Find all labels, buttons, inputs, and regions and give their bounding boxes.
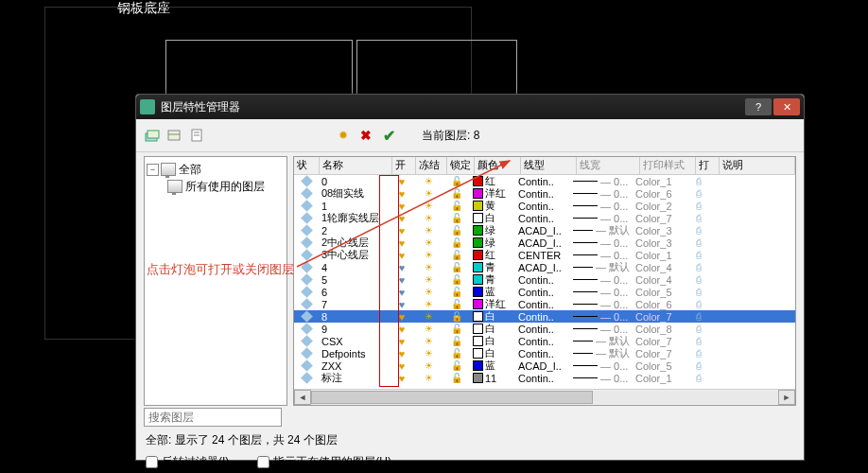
lock-toggle[interactable]: 🔓 bbox=[443, 273, 470, 286]
color-cell[interactable]: 绿 bbox=[470, 236, 515, 249]
lineweight-cell[interactable]: — 默认 bbox=[570, 335, 633, 347]
plot-toggle[interactable]: ⎙ bbox=[687, 249, 710, 261]
plot-toggle[interactable]: ⎙ bbox=[687, 236, 710, 249]
lineweight-cell[interactable]: — 0... bbox=[570, 175, 633, 187]
collapse-icon[interactable]: − bbox=[147, 164, 159, 176]
layer-row[interactable]: 8♥☀🔓白Contin..— 0...Color_7⎙ bbox=[294, 310, 795, 323]
titlebar[interactable]: 图层特性管理器 ? ✕ bbox=[136, 95, 804, 119]
layer-row[interactable]: 9♥☀🔓白Contin..— 0...Color_8⎙ bbox=[294, 323, 795, 335]
color-cell[interactable]: 青 bbox=[470, 261, 515, 273]
color-cell[interactable]: 白 bbox=[470, 347, 515, 359]
layer-row[interactable]: 2中心线层♥☀🔓绿ACAD_I..— 0...Color_3⎙ bbox=[294, 236, 795, 249]
plotstyle-cell[interactable]: Color_7 bbox=[633, 335, 687, 347]
description-cell[interactable] bbox=[710, 224, 795, 236]
plotstyle-cell[interactable]: Color_2 bbox=[633, 200, 687, 212]
freeze-toggle[interactable]: ☀ bbox=[413, 175, 443, 187]
lineweight-cell[interactable]: — 0... bbox=[570, 249, 633, 261]
lineweight-cell[interactable]: — 0... bbox=[570, 286, 633, 298]
description-cell[interactable] bbox=[710, 236, 795, 249]
lineweight-cell[interactable]: — 0... bbox=[570, 200, 633, 212]
freeze-toggle[interactable]: ☀ bbox=[413, 359, 443, 372]
plotstyle-cell[interactable]: Color_6 bbox=[633, 298, 687, 310]
layer-row[interactable]: 1轮廓实线层♥☀🔓白Contin..— 0...Color_7⎙ bbox=[294, 212, 795, 224]
description-cell[interactable] bbox=[710, 347, 795, 359]
scroll-right-button[interactable]: ► bbox=[778, 390, 795, 405]
on-toggle[interactable]: ♥ bbox=[391, 310, 413, 323]
col-description[interactable]: 说明 bbox=[720, 157, 795, 174]
layer-name-cell[interactable]: 2 bbox=[319, 224, 391, 236]
color-cell[interactable]: 青 bbox=[470, 273, 515, 286]
freeze-toggle[interactable]: ☀ bbox=[413, 212, 443, 224]
freeze-toggle[interactable]: ☀ bbox=[413, 273, 443, 286]
layer-row[interactable]: 1♥☀🔓黄Contin..— 0...Color_2⎙ bbox=[294, 200, 795, 212]
freeze-toggle[interactable]: ☀ bbox=[413, 310, 443, 323]
plotstyle-cell[interactable]: Color_1 bbox=[633, 175, 687, 187]
description-cell[interactable] bbox=[710, 175, 795, 187]
freeze-toggle[interactable]: ☀ bbox=[413, 347, 443, 359]
color-cell[interactable]: 洋红 bbox=[470, 298, 515, 310]
plotstyle-cell[interactable]: Color_8 bbox=[633, 323, 687, 335]
lineweight-cell[interactable]: — 0... bbox=[570, 236, 633, 249]
search-input[interactable] bbox=[144, 408, 282, 427]
scroll-thumb[interactable] bbox=[311, 391, 593, 404]
close-window-button[interactable]: ✕ bbox=[773, 98, 800, 115]
layer-name-cell[interactable]: 1 bbox=[319, 200, 391, 212]
col-lineweight[interactable]: 线宽 bbox=[577, 157, 640, 174]
plotstyle-cell[interactable]: Color_3 bbox=[633, 236, 687, 249]
plot-toggle[interactable]: ⎙ bbox=[687, 347, 710, 359]
plot-toggle[interactable]: ⎙ bbox=[687, 372, 710, 384]
layer-row[interactable]: ZXX♥☀🔓蓝ACAD_I..— 0...Color_5⎙ bbox=[294, 359, 795, 372]
description-cell[interactable] bbox=[710, 261, 795, 273]
color-cell[interactable]: 11 bbox=[470, 372, 515, 384]
color-cell[interactable]: 绿 bbox=[470, 224, 515, 236]
plot-toggle[interactable]: ⎙ bbox=[687, 273, 710, 286]
on-toggle[interactable]: ♥ bbox=[391, 200, 413, 212]
layer-name-cell[interactable]: 标注 bbox=[319, 372, 391, 384]
lock-toggle[interactable]: 🔓 bbox=[443, 236, 470, 249]
lineweight-cell[interactable]: — 默认 bbox=[570, 261, 633, 273]
lock-toggle[interactable]: 🔓 bbox=[443, 335, 470, 347]
description-cell[interactable] bbox=[710, 372, 795, 384]
description-cell[interactable] bbox=[710, 310, 795, 323]
description-cell[interactable] bbox=[710, 212, 795, 224]
lineweight-cell[interactable]: — 0... bbox=[570, 273, 633, 286]
lock-toggle[interactable]: 🔓 bbox=[443, 347, 470, 359]
lock-toggle[interactable]: 🔓 bbox=[443, 286, 470, 298]
plot-toggle[interactable]: ⎙ bbox=[687, 310, 710, 323]
plot-toggle[interactable]: ⎙ bbox=[687, 286, 710, 298]
lock-toggle[interactable]: 🔓 bbox=[443, 224, 470, 236]
plot-toggle[interactable]: ⎙ bbox=[687, 298, 710, 310]
linetype-cell[interactable]: Contin.. bbox=[515, 187, 570, 200]
plot-toggle[interactable]: ⎙ bbox=[687, 187, 710, 200]
layer-row[interactable]: 08细实线♥☀🔓洋红Contin..— 0...Color_6⎙ bbox=[294, 187, 795, 200]
on-toggle[interactable]: ♥ bbox=[391, 286, 413, 298]
plotstyle-cell[interactable]: Color_6 bbox=[633, 187, 687, 200]
color-cell[interactable]: 白 bbox=[470, 335, 515, 347]
linetype-cell[interactable]: Contin.. bbox=[515, 335, 570, 347]
on-toggle[interactable]: ♥ bbox=[391, 372, 413, 384]
lock-toggle[interactable]: 🔓 bbox=[443, 261, 470, 273]
description-cell[interactable] bbox=[710, 359, 795, 372]
layer-row[interactable]: 7♥☀🔓洋红Contin..— 0...Color_6⎙ bbox=[294, 298, 795, 310]
horizontal-scrollbar[interactable]: ◄ ► bbox=[294, 389, 795, 405]
lock-toggle[interactable]: 🔓 bbox=[443, 212, 470, 224]
on-toggle[interactable]: ♥ bbox=[391, 249, 413, 261]
description-cell[interactable] bbox=[710, 273, 795, 286]
lock-toggle[interactable]: 🔓 bbox=[443, 310, 470, 323]
linetype-cell[interactable]: CENTER bbox=[515, 249, 570, 261]
on-toggle[interactable]: ♥ bbox=[391, 212, 413, 224]
linetype-cell[interactable]: Contin.. bbox=[515, 310, 570, 323]
plotstyle-cell[interactable]: Color_1 bbox=[633, 249, 687, 261]
freeze-toggle[interactable]: ☀ bbox=[413, 224, 443, 236]
plot-toggle[interactable]: ⎙ bbox=[687, 224, 710, 236]
lineweight-cell[interactable]: — 0... bbox=[570, 323, 633, 335]
color-cell[interactable]: 白 bbox=[470, 310, 515, 323]
col-freeze[interactable]: 冻结 bbox=[416, 157, 447, 174]
linetype-cell[interactable]: ACAD_I.. bbox=[515, 224, 570, 236]
layer-name-cell[interactable]: ZXX bbox=[319, 359, 391, 372]
lineweight-cell[interactable]: — 0... bbox=[570, 372, 633, 384]
layer-row[interactable]: Defpoints♥☀🔓白Contin..— 默认Color_7⎙ bbox=[294, 347, 795, 359]
layer-row[interactable]: 6♥☀🔓蓝Contin..— 0...Color_5⎙ bbox=[294, 286, 795, 298]
layer-row[interactable]: 标注♥☀🔓11Contin..— 0...Color_1⎙ bbox=[294, 372, 795, 384]
description-cell[interactable] bbox=[710, 286, 795, 298]
